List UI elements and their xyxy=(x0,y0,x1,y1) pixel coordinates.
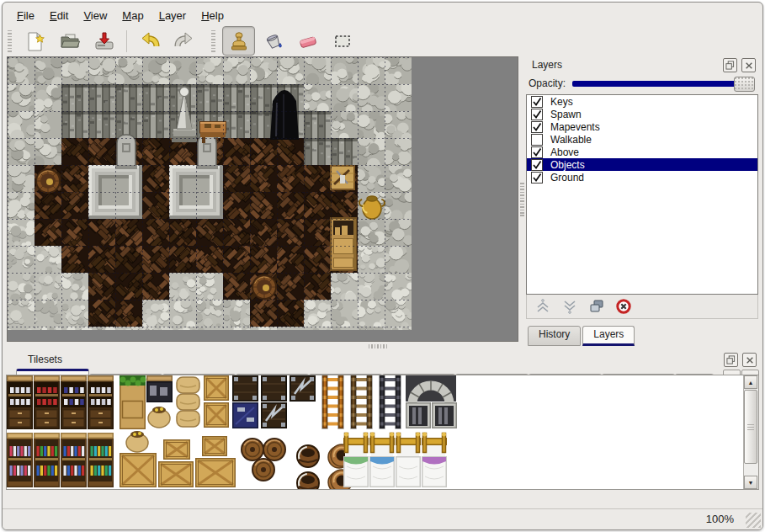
toolbar xyxy=(3,25,762,56)
undo-button[interactable] xyxy=(133,26,166,56)
layers-dock: Layers Opacity: KeysSpawnMapeventsW xyxy=(526,56,758,343)
splitter-grip xyxy=(520,183,524,216)
down-arrow-icon: ▼ xyxy=(748,480,754,486)
layer-list[interactable]: KeysSpawnMapeventsWalkableAboveObjectsGr… xyxy=(526,94,758,295)
layer-name: Walkable xyxy=(550,134,592,146)
layer-name: Keys xyxy=(550,96,573,108)
menu-item-layer[interactable]: Layer xyxy=(151,7,194,24)
tileset-scrollbar[interactable]: ▲ ▼ xyxy=(743,375,758,489)
checkmark-icon xyxy=(532,173,542,183)
toolbar-separator xyxy=(126,30,127,52)
checkmark-icon xyxy=(532,97,542,107)
app-window: FileEditViewMapLayerHelp xyxy=(2,2,763,530)
opacity-label: Opacity: xyxy=(529,77,566,89)
float-panel-button[interactable] xyxy=(723,58,737,72)
selection-rectangle-icon xyxy=(332,30,353,52)
horizontal-splitter[interactable] xyxy=(3,342,762,351)
float-icon xyxy=(726,355,736,364)
fill-tool-button[interactable] xyxy=(257,26,290,56)
layer-visibility-checkbox[interactable] xyxy=(531,172,543,184)
status-bar: 100% xyxy=(3,508,762,529)
layer-actions xyxy=(526,295,758,319)
tilesets-panel: Tilesets tiles_2_5✕tiles_1_3✕tiles_1_4✕t… xyxy=(6,351,759,509)
delete-layer-button[interactable] xyxy=(613,296,635,317)
layers-panel-title: Layers xyxy=(526,59,562,71)
layer-name: Objects xyxy=(550,159,585,171)
delete-layer-icon xyxy=(615,298,632,315)
layer-row-walkable[interactable]: Walkable xyxy=(527,133,757,146)
open-file-button[interactable] xyxy=(53,26,86,56)
close-icon xyxy=(746,356,754,364)
map-canvas[interactable] xyxy=(8,57,412,330)
close-icon xyxy=(745,61,753,70)
close-tilesets-button[interactable] xyxy=(742,353,757,367)
toolbar-grip-2[interactable] xyxy=(211,30,215,52)
lower-layer-icon xyxy=(561,298,578,315)
layer-name: Ground xyxy=(550,172,584,184)
tilesets-panel-titlebar: Tilesets xyxy=(6,351,759,368)
select-tool-button[interactable] xyxy=(326,26,359,56)
layer-row-keys[interactable]: Keys xyxy=(527,95,757,108)
map-view[interactable] xyxy=(7,56,518,342)
opacity-slider-handle[interactable] xyxy=(734,77,755,92)
float-icon xyxy=(725,61,735,70)
menu-bar: FileEditViewMapLayerHelp xyxy=(3,6,231,24)
scroll-down-button[interactable]: ▼ xyxy=(744,476,757,489)
menu-item-edit[interactable]: Edit xyxy=(42,7,76,24)
resize-grip[interactable] xyxy=(746,513,761,528)
opacity-slider[interactable] xyxy=(572,81,754,87)
layer-visibility-checkbox[interactable] xyxy=(531,134,543,146)
menu-item-map[interactable]: Map xyxy=(114,7,151,24)
layers-panel-titlebar: Layers xyxy=(526,56,758,73)
redo-icon xyxy=(173,30,195,52)
opacity-row: Opacity: xyxy=(526,73,758,93)
redo-button[interactable] xyxy=(167,26,200,56)
duplicate-layer-button[interactable] xyxy=(586,296,608,317)
layer-row-ground[interactable]: Ground xyxy=(527,171,757,184)
checkmark-icon xyxy=(532,147,542,157)
raise-layer-button[interactable] xyxy=(532,296,554,317)
close-panel-button[interactable] xyxy=(741,58,756,72)
eraser-tool-button[interactable] xyxy=(291,26,324,56)
new-file-button[interactable] xyxy=(19,26,51,56)
zoom-level: 100% xyxy=(706,513,734,525)
layer-row-mapevents[interactable]: Mapevents xyxy=(527,120,757,133)
checkmark-icon xyxy=(532,122,542,132)
checkmark-icon xyxy=(532,160,542,170)
tileset-content[interactable]: ▲ ▼ xyxy=(6,375,759,490)
layer-visibility-checkbox[interactable] xyxy=(531,109,543,120)
layer-visibility-checkbox[interactable] xyxy=(531,96,543,108)
vertical-splitter[interactable] xyxy=(519,56,526,342)
stamp-tool-button[interactable] xyxy=(222,26,255,56)
open-folder-icon xyxy=(59,30,81,52)
menu-item-help[interactable]: Help xyxy=(194,7,231,24)
layer-row-spawn[interactable]: Spawn xyxy=(527,108,757,120)
float-tilesets-button[interactable] xyxy=(724,353,738,367)
layer-visibility-checkbox[interactable] xyxy=(531,121,543,133)
duplicate-layer-icon xyxy=(588,298,605,315)
layer-visibility-checkbox[interactable] xyxy=(531,159,543,171)
lower-layer-button[interactable] xyxy=(559,296,581,317)
layer-visibility-checkbox[interactable] xyxy=(531,146,543,158)
layer-name: Above xyxy=(550,146,579,158)
tileset-canvas[interactable] xyxy=(7,375,457,489)
up-arrow-icon: ▲ xyxy=(748,380,754,386)
scrollbar-thumb[interactable] xyxy=(744,390,757,464)
menu-item-file[interactable]: File xyxy=(9,7,42,24)
new-file-icon xyxy=(24,30,46,52)
eraser-icon xyxy=(297,30,319,52)
layer-row-above[interactable]: Above xyxy=(527,146,757,158)
undo-icon xyxy=(139,30,161,52)
raise-layer-icon xyxy=(534,298,551,315)
menu-item-view[interactable]: View xyxy=(76,7,114,24)
save-file-button[interactable] xyxy=(88,26,120,56)
stamp-icon xyxy=(228,30,250,52)
tilesets-panel-title: Tilesets xyxy=(6,354,62,365)
splitter-grip-h xyxy=(369,344,387,348)
paint-bucket-icon xyxy=(263,30,284,52)
layer-name: Mapevents xyxy=(550,121,600,133)
layer-row-objects[interactable]: Objects xyxy=(527,158,757,171)
scroll-up-button[interactable]: ▲ xyxy=(744,375,757,389)
checkmark-icon xyxy=(532,109,542,120)
toolbar-grip[interactable] xyxy=(8,30,12,52)
